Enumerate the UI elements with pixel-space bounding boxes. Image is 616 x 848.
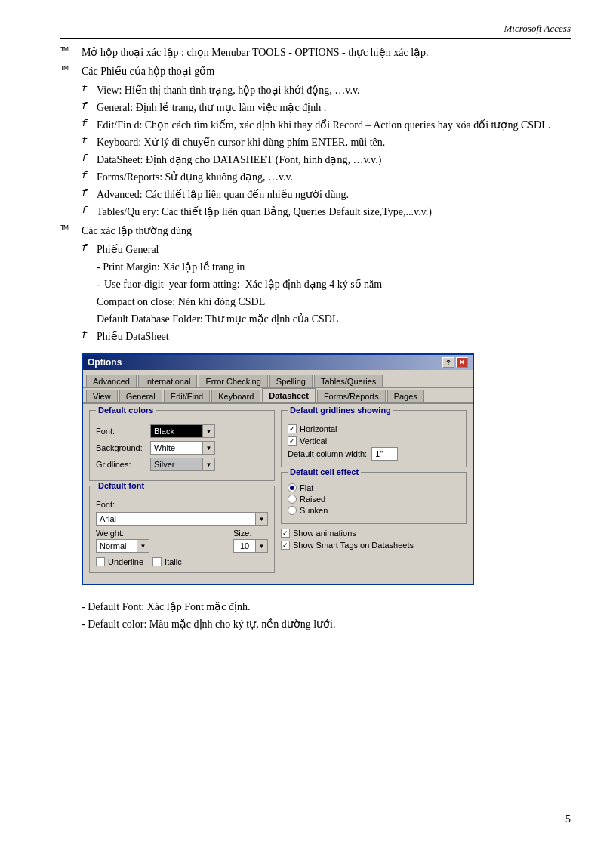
size-arrow[interactable]: ▼ [256, 539, 268, 553]
size-select[interactable]: 10 ▼ [233, 539, 268, 553]
show-animations-row: Show animations [281, 529, 467, 538]
f-text-1: View: Hiển thị thanh tình trạng, hộp tho… [97, 82, 571, 98]
f-marker: f [82, 100, 97, 112]
bullet-f-3: f Edit/Fin d: Chọn cách tìm kiếm, xác đị… [82, 117, 571, 133]
f-marker: f [82, 242, 97, 254]
f-marker: f [82, 118, 97, 129]
f-marker: f [82, 329, 97, 341]
gridlines-color-value: Silver [150, 458, 203, 471]
bullet-f-general: f Phiếu General [82, 242, 571, 257]
tab-international[interactable]: International [138, 375, 198, 387]
font-name-select[interactable]: Arial ▼ [96, 512, 268, 526]
f-text-2: General: Định lề trang, thư mục làm việc… [97, 100, 571, 116]
tab-forms-reports[interactable]: Forms/Reports [317, 390, 386, 402]
bg-color-row: Background: White ▼ [96, 441, 268, 455]
gridlines-color-arrow[interactable]: ▼ [203, 458, 215, 471]
vertical-row: Vertical [288, 436, 460, 446]
bullet-f-6: f Forms/Reports: Sử dụng khuông dạng, …v… [82, 169, 571, 185]
tm-text-1: Mở hộp thoại xác lập : chọn Menubar TOOL… [82, 45, 571, 60]
bullet-f-4: f Keyboard: Xử lý di chuyển cursor khi d… [82, 134, 571, 150]
underline-checkbox[interactable] [96, 557, 105, 566]
bg-color-select[interactable]: White ▼ [150, 441, 215, 455]
vertical-checkbox[interactable] [288, 436, 297, 446]
f-text-4: Keyboard: Xử lý di chuyển cursor khi dùn… [97, 134, 571, 150]
close-button[interactable]: ✕ [456, 357, 468, 368]
f-datasheet-label: Phiếu DataSheet [97, 328, 571, 344]
tab-keyboard[interactable]: Keyboard [211, 390, 260, 402]
f-text-7: Advanced: Các thiết lập liên quan đến nh… [97, 187, 571, 202]
gridlines-color-select[interactable]: Silver ▼ [150, 458, 215, 471]
weight-arrow[interactable]: ▼ [137, 539, 149, 553]
flat-row: Flat [288, 483, 460, 492]
sub-default-folder: Default Database Folder: Thư mục mặc địn… [97, 311, 571, 327]
titlebar-controls: ? ✕ [442, 357, 468, 368]
raised-radio[interactable] [288, 495, 297, 504]
default-font-title: Default font [96, 481, 146, 490]
bullet-f-8: f Tables/Qu ery: Các thiết lập liên quan… [82, 204, 571, 220]
sunken-radio[interactable] [288, 506, 297, 515]
tab-edit-find[interactable]: Edit/Find [164, 390, 210, 402]
horizontal-label: Horizontal [300, 424, 337, 433]
gridlines-color-row: Gridlines: Silver ▼ [96, 458, 268, 471]
f-marker: f [82, 205, 97, 216]
font-name-input-row: Arial ▼ [96, 512, 268, 526]
show-animations-checkbox[interactable] [281, 529, 290, 538]
tab-view[interactable]: View [86, 390, 118, 402]
font-name-row: Font: [96, 500, 268, 509]
show-animations-label: Show animations [293, 529, 356, 538]
f-marker: f [82, 170, 97, 181]
options-dialog: Options ? ✕ Advanced International Error… [82, 353, 474, 585]
underline-label: Underline [108, 557, 143, 566]
size-label: Size: [233, 529, 268, 538]
show-smart-tags-checkbox[interactable] [281, 541, 290, 550]
sub-compact: Compact on close: Nén khi đóng CSDL [97, 294, 571, 310]
dialog-titlebar: Options ? ✕ [83, 355, 473, 370]
font-name-arrow[interactable]: ▼ [256, 512, 268, 526]
tab-datasheet[interactable]: Datasheet [262, 388, 316, 402]
font-color-arrow[interactable]: ▼ [203, 424, 215, 438]
col-width-row: Default column width: 1" [288, 447, 460, 461]
font-color-row: Font: Black ▼ [96, 424, 268, 438]
f-marker: f [82, 83, 97, 94]
cell-effect-title: Default cell effect [288, 467, 361, 476]
weight-select[interactable]: Normal ▼ [96, 539, 229, 553]
flat-radio[interactable] [288, 483, 297, 492]
default-colors-group: Default colors Font: Black ▼ [89, 410, 275, 481]
show-smart-tags-row: Show Smart Tags on Datasheets [281, 541, 467, 550]
tab-pages[interactable]: Pages [387, 390, 424, 402]
vertical-label: Vertical [300, 436, 327, 446]
f-text-5: DataSheet: Định dạng cho DATASHEET (Font… [97, 152, 571, 168]
col-width-input[interactable]: 1" [371, 447, 398, 461]
default-font-group: Default font Font: Arial ▼ [89, 486, 275, 573]
weight-label: Weight: [96, 529, 229, 538]
tab-advanced[interactable]: Advanced [86, 375, 137, 387]
italic-checkbox[interactable] [152, 557, 162, 566]
horizontal-checkbox[interactable] [288, 424, 297, 433]
bullet-tm-2: TM Các Phiếu của hộp thoại gồm [60, 63, 571, 79]
tab-general[interactable]: General [119, 390, 162, 402]
tm-marker: TM [60, 45, 82, 56]
col-width-label: Default column width: [288, 449, 367, 458]
dialog-wrapper: Options ? ✕ Advanced International Error… [82, 353, 474, 585]
dialog-body: Default colors Font: Black ▼ [83, 404, 473, 584]
bottom-note-1: - Default Font: Xác lập Font mặc định. [82, 599, 571, 615]
bottom-notes: - Default Font: Xác lập Font mặc định. -… [82, 599, 571, 632]
font-color-select[interactable]: Black ▼ [150, 424, 215, 438]
help-button[interactable]: ? [442, 357, 454, 368]
tab-error-checking[interactable]: Error Checking [199, 375, 267, 387]
gridlines-group: Default gridlines showing Horizontal Ver… [281, 410, 467, 467]
font-color-label: Font: [96, 427, 150, 436]
tab-tables-queries[interactable]: Tables/Queries [314, 375, 383, 387]
tm-text-2: Các Phiếu của hộp thoại gồm [82, 63, 571, 79]
bullet-f-2: f General: Định lề trang, thư mục làm vi… [82, 100, 571, 116]
sunken-row: Sunken [288, 506, 460, 515]
dialog-title: Options [88, 357, 122, 368]
tm-marker-2: TM [60, 64, 82, 75]
bg-color-arrow[interactable]: ▼ [203, 441, 215, 455]
sub-fuor-digit: - Use fuor-digit year form atting: Xác l… [97, 276, 571, 292]
tab-spelling[interactable]: Spelling [270, 375, 313, 387]
raised-row: Raised [288, 495, 460, 504]
bullet-f-7: f Advanced: Các thiết lập liên quan đến … [82, 187, 571, 202]
app-title: Microsoft Access [504, 23, 571, 34]
f-marker: f [82, 187, 97, 199]
